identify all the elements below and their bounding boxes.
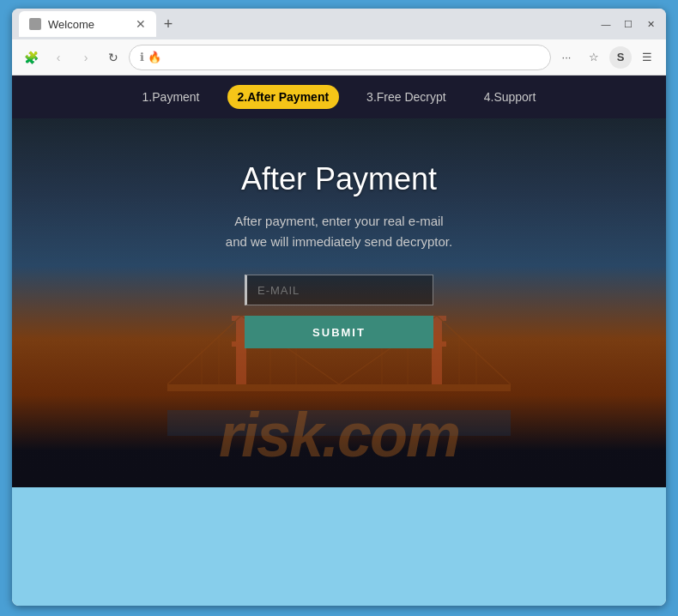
menu-button[interactable]: ☰: [635, 45, 659, 69]
info-icon: ℹ: [140, 51, 144, 63]
tab-bar: Welcome ✕ +: [19, 9, 594, 39]
hero-section: risk.com After Payment After payment, en…: [12, 118, 666, 487]
window-controls: — ☐ ✕: [597, 15, 659, 33]
footer-area: [12, 487, 666, 606]
more-button[interactable]: ···: [554, 45, 578, 69]
hero-subtitle-line2: and we will immediately send decryptor.: [226, 232, 452, 252]
browser-window: Welcome ✕ + — ☐ ✕ 🧩 ‹ › ↻ ℹ: [12, 9, 666, 606]
title-bar: Welcome ✕ + — ☐ ✕: [12, 9, 666, 39]
hero-content: After Payment After payment, enter your …: [12, 118, 666, 348]
hero-subtitle: After payment, enter your real e-mail an…: [226, 211, 452, 252]
new-tab-button[interactable]: +: [156, 12, 180, 36]
nav-item-after-payment[interactable]: 2.After Payment: [227, 85, 340, 109]
navigation-bar: 🧩 ‹ › ↻ ℹ 🔥 ··· ☆ S ☰: [12, 39, 666, 75]
svg-rect-1: [167, 384, 511, 391]
close-button[interactable]: ✕: [642, 15, 659, 33]
browser-tab[interactable]: Welcome ✕: [19, 11, 156, 37]
back-button[interactable]: ‹: [46, 45, 70, 69]
hero-title: After Payment: [241, 161, 437, 197]
sync-button[interactable]: S: [609, 46, 632, 69]
nav-item-support[interactable]: 4.Support: [474, 85, 547, 109]
refresh-button[interactable]: ↻: [101, 45, 125, 69]
extensions-button[interactable]: 🧩: [19, 45, 43, 69]
submit-button[interactable]: SUBMIT: [245, 316, 433, 348]
hero-subtitle-line1: After payment, enter your real e-mail: [226, 211, 452, 232]
tab-close-button[interactable]: ✕: [136, 18, 146, 30]
shield-icon: 🔥: [148, 51, 161, 63]
bookmark-button[interactable]: ☆: [582, 45, 606, 69]
nav-right-controls: ··· ☆ S ☰: [554, 45, 659, 69]
email-input[interactable]: [245, 275, 433, 305]
nav-item-free-decrypt[interactable]: 3.Free Decrypt: [356, 85, 457, 109]
tab-title: Welcome: [48, 18, 94, 31]
forward-button[interactable]: ›: [74, 45, 98, 69]
address-bar[interactable]: ℹ 🔥: [129, 45, 551, 70]
site-navigation: 1.Payment 2.After Payment 3.Free Decrypt…: [12, 75, 666, 118]
page-content: 1.Payment 2.After Payment 3.Free Decrypt…: [12, 75, 666, 606]
svg-rect-0: [167, 410, 511, 436]
nav-item-payment[interactable]: 1.Payment: [132, 85, 210, 109]
email-form: SUBMIT: [245, 275, 433, 348]
tab-favicon: [29, 18, 41, 30]
maximize-button[interactable]: ☐: [620, 15, 637, 33]
minimize-button[interactable]: —: [597, 15, 614, 33]
address-icons: ℹ 🔥: [140, 51, 161, 63]
